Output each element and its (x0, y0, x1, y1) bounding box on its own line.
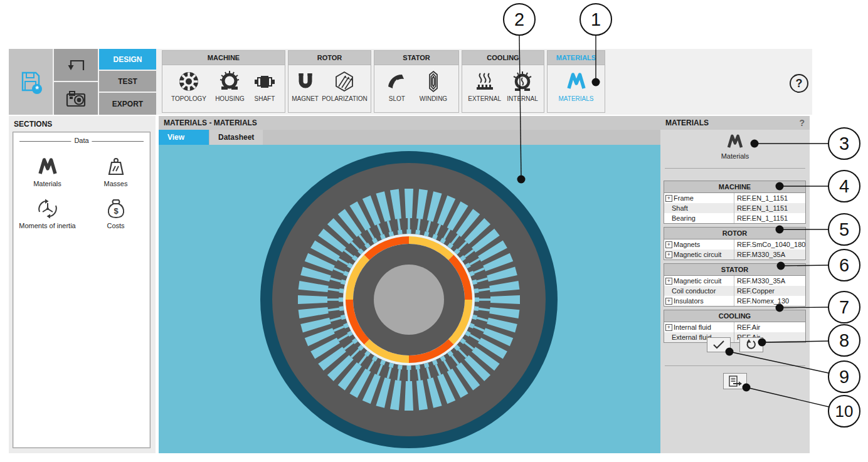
material-row-value[interactable]: REF.Nomex_130 (734, 296, 805, 306)
sidebar-item-label: Costs (107, 222, 124, 229)
material-row-value[interactable]: REF.M330_35A (734, 249, 805, 260)
panel-divider (665, 365, 805, 366)
material-row-value[interactable]: REF.EN_1_1151 (734, 203, 805, 213)
ribbon-item-slot[interactable]: SLOT (386, 70, 408, 102)
tab-design[interactable]: DESIGN (99, 49, 156, 70)
ribbon-item-label: MATERIALS (559, 95, 594, 102)
save-floppy-icon: * (17, 68, 45, 96)
material-row-label-cell: +Frame (664, 193, 734, 203)
ribbon-item-external[interactable]: EXTERNAL (468, 70, 501, 102)
ribbon-item-winding[interactable]: WINDING (420, 70, 447, 102)
restore-button[interactable] (739, 337, 763, 352)
export-button[interactable] (723, 373, 747, 389)
housing-icon (218, 70, 241, 93)
save-button[interactable]: * (9, 49, 53, 115)
material-row-value[interactable]: REF.Air (734, 322, 805, 332)
apply-button[interactable] (707, 337, 731, 352)
checkmark-icon (711, 339, 726, 350)
sidebar-item-moments-of-inertia[interactable]: Moments of inertia (13, 197, 82, 229)
sidebar-item-costs[interactable]: $ Costs (82, 197, 150, 229)
material-row-value[interactable]: REF.Copper (734, 286, 805, 296)
materials-row[interactable]: ShaftREF.EN_1_1151 (664, 203, 805, 213)
ribbon-item-label: SLOT (389, 95, 405, 102)
sidebar-title: SECTIONS (9, 116, 156, 129)
ribbon-item-materials[interactable]: MATERIALS (559, 70, 594, 102)
group-title: ROTOR (664, 228, 805, 239)
ribbon-item-label: MAGNET (292, 95, 319, 102)
material-row-label: Frame (674, 194, 694, 202)
expand-icon[interactable]: + (665, 251, 672, 258)
materials-m-logo-icon (565, 70, 588, 93)
ribbon-item-label: TOPOLOGY (171, 95, 206, 102)
material-row-label: Shaft (672, 204, 688, 212)
tab-test[interactable]: TEST (99, 71, 156, 92)
expand-icon[interactable]: + (665, 241, 672, 248)
materials-group-machine: MACHINE+FrameREF.EN_1_1151ShaftREF.EN_1_… (664, 181, 806, 224)
sidebar-item-materials[interactable]: Materials (13, 155, 82, 187)
ribbon-item-shaft[interactable]: SHAFT (253, 70, 276, 102)
view-tab-bar: View Datasheet (159, 130, 660, 145)
group-title: STATOR (664, 264, 805, 276)
ribbon-item-internal[interactable]: INTERNAL (507, 70, 537, 102)
material-row-value[interactable]: REF.EN_1_1151 (734, 213, 805, 223)
ribbon-section-stator: STATOR SLOT (374, 50, 459, 113)
sidebar-item-label: Moments of inertia (19, 222, 75, 229)
expand-icon[interactable]: + (665, 278, 672, 285)
materials-row[interactable]: +Internal fluidREF.Air (664, 322, 805, 332)
materials-row[interactable]: +FrameREF.EN_1_1151 (664, 193, 805, 203)
materials-m-logo-icon (726, 132, 744, 151)
materials-row[interactable]: +Magnetic circuitREF.M330_35A (664, 276, 805, 286)
material-row-label-cell: Coil conductor (664, 286, 734, 296)
materials-group-rotor: ROTOR+MagnetsREF.SmCo_1040_1800+Magnetic… (664, 227, 806, 260)
materials-row[interactable]: +InsulatorsREF.Nomex_130 (664, 296, 805, 306)
callout-10: 10 (828, 395, 860, 428)
panel-help-icon[interactable]: ? (799, 118, 805, 128)
ribbon-item-label: SHAFT (255, 95, 275, 102)
sections-sidebar: SECTIONS Data Materials (9, 116, 156, 453)
external-cooling-icon (474, 70, 496, 93)
material-row-label-cell: +Insulators (664, 296, 734, 306)
materials-group-stator: STATOR+Magnetic circuitREF.M330_35ACoil … (664, 263, 806, 307)
ribbon-item-magnet[interactable]: MAGNET (292, 70, 319, 102)
machine-cross-section-view[interactable] (159, 145, 660, 453)
data-group-label: Data (71, 137, 92, 144)
materials-row[interactable]: +Magnetic circuitREF.M330_35A (664, 249, 805, 260)
material-row-label-cell: +Magnetic circuit (664, 249, 734, 260)
materials-row[interactable]: BearingREF.EN_1_1151 (664, 213, 805, 223)
expand-icon[interactable]: + (665, 195, 672, 202)
ribbon-item-housing[interactable]: HOUSING (215, 70, 245, 102)
material-row-label: Coil conductor (672, 287, 716, 295)
material-row-label: Insulators (674, 297, 704, 305)
tab-export[interactable]: EXPORT (99, 93, 156, 115)
ribbon-item-topology[interactable]: TOPOLOGY (171, 70, 206, 102)
panel-icon-label: Materials (721, 152, 749, 160)
sidebar-item-masses[interactable]: Masses (82, 155, 150, 187)
machine-cross-section (159, 145, 660, 453)
materials-row[interactable]: Coil conductorREF.Copper (664, 286, 805, 296)
data-group-divider: Data (19, 141, 144, 142)
material-row-value[interactable]: REF.EN_1_1151 (734, 193, 805, 203)
undo-button[interactable] (54, 49, 98, 81)
material-row-label: Magnets (674, 241, 700, 248)
expand-icon[interactable]: + (665, 298, 672, 305)
sidebar-item-label: Materials (33, 180, 61, 187)
expand-icon[interactable]: + (665, 324, 672, 331)
material-row-value[interactable]: REF.SmCo_1040_1800 (734, 239, 805, 249)
snapshot-button[interactable] (54, 82, 98, 115)
material-row-label-cell: +Magnetic circuit (664, 276, 734, 286)
tab-view[interactable]: View (159, 130, 209, 145)
callout-2: 2 (503, 3, 536, 36)
sidebar-data-box: Data Materials (13, 132, 151, 448)
materials-row[interactable]: +MagnetsREF.SmCo_1040_1800 (664, 239, 805, 249)
svg-text:*: * (35, 84, 39, 94)
polarization-icon (333, 70, 356, 93)
material-row-label: Magnetic circuit (674, 251, 721, 258)
help-icon[interactable]: ? (790, 74, 808, 93)
winding-icon (422, 70, 445, 93)
material-row-value[interactable]: REF.M330_35A (734, 276, 805, 286)
ribbon-item-polarization[interactable]: POLARIZATION (322, 70, 368, 102)
ribbon-item-label: EXTERNAL (468, 95, 501, 102)
ribbon-section-title: ROTOR (288, 51, 371, 65)
main-view-title: MATERIALS - MATERIALS (159, 116, 660, 130)
tab-datasheet[interactable]: Datasheet (209, 130, 263, 145)
